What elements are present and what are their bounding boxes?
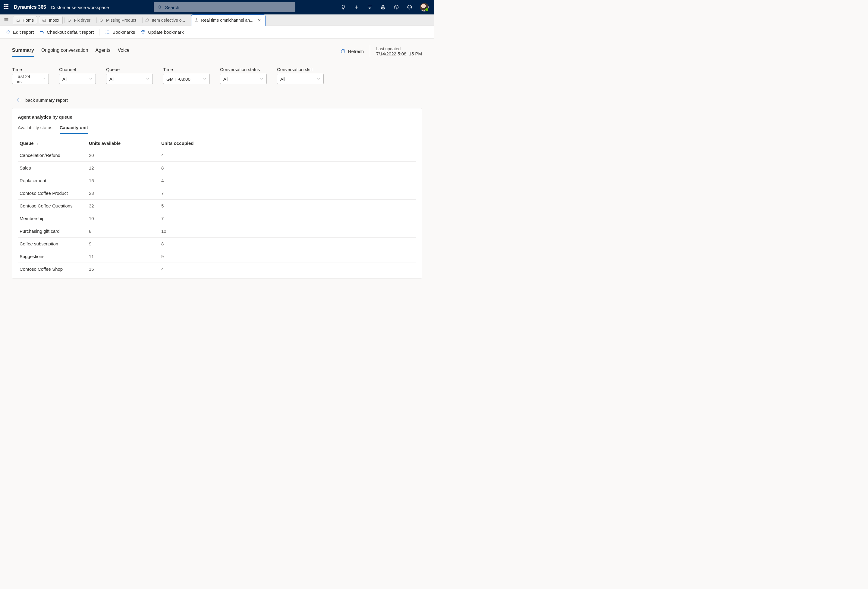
bookmarks-button[interactable]: Bookmarks [105,29,135,35]
chevron-down-icon [317,77,320,81]
filter-icon[interactable] [367,4,372,10]
cell-units-available: 8 [87,225,159,238]
cell-units-occupied: 9 [159,250,232,263]
filter-time: Time Last 24 hrs [12,67,49,84]
tab-capacity-unit[interactable]: Capacity unit [60,125,88,134]
update-bookmark-button[interactable]: Update bookmark [140,29,183,35]
filter-label: Queue [106,67,153,72]
table-row[interactable]: Sales128 [18,162,416,174]
refresh-button[interactable]: Refresh [340,49,364,54]
cell-queue: Contoso Coffee Shop [18,263,87,275]
channel-select[interactable]: All [59,74,96,84]
cell-units-occupied: 5 [159,200,232,212]
table-row[interactable]: Contoso Coffee Product237 [18,187,416,200]
nav-inbox[interactable]: Inbox [39,16,62,24]
select-value: All [62,77,68,82]
table-row[interactable]: Cancellation/Refund204 [18,149,416,162]
cell-units-occupied: 4 [159,149,232,162]
tab-voice[interactable]: Voice [118,47,129,57]
filter-timezone: Time GMT -08:00 [163,67,210,84]
lightbulb-icon[interactable] [341,4,346,10]
tab-label: Real time omnichannel an... [201,18,254,23]
table-row[interactable]: Contoso Coffee Shop154 [18,263,416,275]
inbox-icon [42,18,46,22]
refresh-block: Refresh Last updated 7/14/2022 5:08: 15 … [340,45,422,59]
table-row[interactable]: Membership107 [18,212,416,225]
col-occupied-header[interactable]: Units occupied [159,138,232,149]
last-updated: Last updated 7/14/2022 5:08: 15 PM [376,46,422,56]
cell-units-available: 12 [87,162,159,174]
nav-home[interactable]: Home [13,16,37,24]
col-queue-header[interactable]: Queue ↑ [18,138,87,149]
table-row[interactable]: Purchasing gift card810 [18,225,416,238]
chevron-down-icon [203,77,207,81]
close-icon[interactable]: ✕ [258,18,261,23]
cell-queue: Cancellation/Refund [18,149,87,162]
cell-units-available: 9 [87,238,159,250]
cell-units-available: 32 [87,200,159,212]
tab-agents[interactable]: Agents [96,47,111,57]
update-bookmark-label: Update bookmark [148,29,183,35]
time-select[interactable]: Last 24 hrs [12,74,49,84]
skill-select[interactable]: All [277,74,324,84]
divider [370,45,370,57]
agent-analytics-card: Agent analytics by queue Availability st… [12,108,422,278]
cell-spacer [232,212,416,225]
filter-label: Time [163,67,210,72]
table-row[interactable]: Contoso Coffee Questions325 [18,200,416,212]
tab-ongoing-conversation[interactable]: Ongoing conversation [41,47,88,57]
tab-item-defective[interactable]: Item defective o... [142,15,190,26]
checkout-default-report-button[interactable]: Checkout default report [39,29,94,35]
checkout-default-label: Checkout default report [47,29,94,35]
tab-availability-status[interactable]: Availability status [18,125,52,134]
cell-spacer [232,187,416,200]
cell-queue: Contoso Coffee Product [18,187,87,200]
table-row[interactable]: Coffee subscription98 [18,238,416,250]
table-row[interactable]: Replacement164 [18,174,416,187]
tab-realtime-omnichannel[interactable]: Real time omnichannel an... ✕ [191,15,266,26]
filter-conversation-skill: Conversation skill All [277,67,324,84]
table-row[interactable]: Suggestions119 [18,250,416,263]
workspace-name: Customer service workspace [51,5,109,10]
help-icon[interactable] [394,4,399,10]
chevron-down-icon [42,77,46,81]
emoji-icon[interactable] [407,4,412,10]
back-link-label: back summary report [25,97,68,103]
timezone-select[interactable]: GMT -08:00 [163,74,210,84]
cell-spacer [232,263,416,275]
nav-home-label: Home [23,18,34,23]
chevron-down-icon [89,77,93,81]
user-avatar[interactable] [420,3,428,12]
search-input[interactable] [165,5,292,10]
settings-icon[interactable] [380,4,386,10]
card-title: Agent analytics by queue [18,115,416,119]
tab-missing-product[interactable]: Missing Product [96,15,140,26]
chevron-down-icon [260,77,263,81]
cell-units-occupied: 8 [159,162,232,174]
refresh-icon [140,29,146,35]
nav-inbox-label: Inbox [49,18,59,23]
cell-queue: Suggestions [18,250,87,263]
home-icon [16,18,20,22]
back-summary-report[interactable]: back summary report [12,97,422,103]
cell-units-available: 16 [87,174,159,187]
queue-select[interactable]: All [106,74,153,84]
tab-summary[interactable]: Summary [12,47,34,57]
cell-spacer [232,162,416,174]
col-spacer [232,138,416,149]
cell-spacer [232,238,416,250]
case-icon [68,18,72,22]
plus-icon[interactable] [354,4,359,10]
tab-fix-dryer[interactable]: Fix dryer [65,15,94,26]
edit-report-label: Edit report [13,29,34,35]
app-launcher-icon[interactable] [4,4,10,10]
filter-channel: Channel All [59,67,96,84]
cell-queue: Sales [18,162,87,174]
select-value: Last 24 hrs [15,74,35,84]
status-select[interactable]: All [220,74,267,84]
edit-report-button[interactable]: Edit report [6,29,34,35]
col-available-header[interactable]: Units available [87,138,159,149]
bookmarks-label: Bookmarks [112,29,135,35]
global-search[interactable] [154,2,295,12]
hamburger-icon[interactable] [2,15,11,25]
